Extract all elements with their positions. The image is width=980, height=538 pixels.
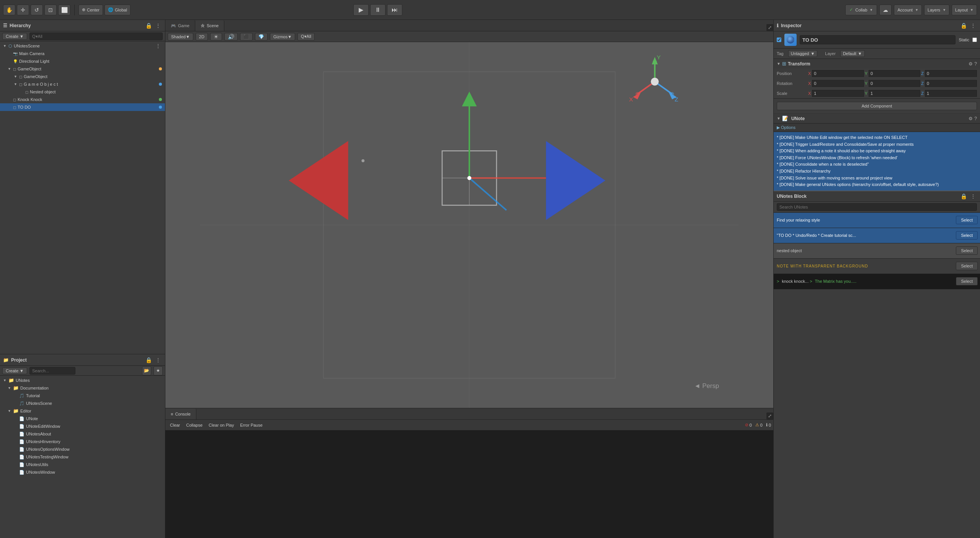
pause-btn[interactable]: ⏸ — [370, 4, 385, 16]
project-unotes-window[interactable]: 📄 UNotesWindow — [0, 468, 165, 476]
rot-y-value[interactable]: 0 — [869, 80, 920, 87]
unotes-block-lock-btn[interactable]: 🔒 — [960, 193, 967, 199]
hierarchy-knock-knock[interactable]: ◻ Knock Knock — [0, 96, 165, 103]
scene-menu-btn[interactable]: ⋮ — [154, 43, 162, 49]
inspector-menu-btn[interactable]: ⋮ — [969, 23, 977, 29]
add-component-btn[interactable]: Add Component — [777, 102, 977, 110]
project-folder-btn[interactable]: 📂 — [142, 366, 151, 375]
step-btn[interactable]: ⏭ — [387, 4, 402, 16]
hand-tool-btn[interactable]: ✋ — [3, 5, 15, 15]
unote-help-btn[interactable]: ? — [974, 116, 977, 121]
note-item-1-select-btn[interactable]: Select — [956, 231, 978, 240]
scale-z-value[interactable]: 1 — [925, 90, 977, 97]
object-name-field[interactable] — [800, 35, 956, 44]
console-clear-btn[interactable]: Clear — [168, 422, 182, 428]
hierarchy-create-btn[interactable]: Create ▼ — [2, 33, 27, 40]
hierarchy-gameobject-parent[interactable]: ▼ ◻ GameObject — [0, 65, 165, 73]
scale-y-value[interactable]: 1 — [869, 90, 920, 97]
transform-help-btn[interactable]: ? — [974, 61, 977, 67]
project-unote-script[interactable]: 📄 UNote — [0, 415, 165, 422]
rect-tool-btn[interactable]: ⬜ — [58, 5, 70, 15]
scale-tool-btn[interactable]: ⊡ — [44, 5, 57, 15]
scale-x-value[interactable]: 1 — [812, 90, 864, 97]
unotes-block-menu-btn[interactable]: ⋮ — [969, 193, 977, 199]
project-unotes-about[interactable]: 📄 UNotesAbout — [0, 430, 165, 438]
audio-toggle-btn[interactable]: 🔊 — [224, 33, 238, 41]
fx-btn[interactable]: 💎 — [255, 33, 268, 41]
cloud-btn[interactable]: ☁ — [879, 5, 892, 15]
project-unotes-scene[interactable]: 🎵 UNotesScene — [0, 399, 165, 407]
layer-dropdown[interactable]: Default ▼ — [840, 50, 865, 57]
transform-header[interactable]: ▼ ⊞ Transform ⚙ ? — [774, 59, 980, 68]
layout-dropdown[interactable]: Layout ▼ — [952, 5, 977, 15]
hierarchy-main-camera[interactable]: 📷 Main Camera — [0, 50, 165, 57]
hierarchy-todo[interactable]: ◻ TO DO — [0, 103, 165, 111]
search-unotes-input[interactable] — [777, 203, 977, 211]
tag-dropdown[interactable]: Untagged ▼ — [788, 50, 818, 57]
project-unotes-hinventory[interactable]: 📄 UNotesHInventory — [0, 438, 165, 445]
2d-btn[interactable]: 2D — [196, 33, 208, 41]
note-item-2-select-btn[interactable]: Select — [956, 246, 978, 255]
light-toggle-btn[interactable]: ☀ — [210, 33, 222, 41]
panel-maximize-btn[interactable]: ⤢ — [766, 24, 773, 31]
project-unotes-testing-window[interactable]: 📄 UNotesTestingWindow — [0, 453, 165, 461]
project-unote-edit-window[interactable]: 📄 UNoteEditWindow — [0, 422, 165, 430]
note-line-0: * [DONE] Make UNote Edit window get the … — [777, 134, 977, 141]
project-unotes-utils[interactable]: 📄 UNotesUtils — [0, 461, 165, 468]
note-item-0-select-btn[interactable]: Select — [956, 216, 978, 224]
shaded-btn[interactable]: Shaded ▼ — [168, 33, 193, 41]
hierarchy-menu-btn[interactable]: ⋮ — [154, 23, 162, 29]
console-maximize-btn[interactable]: ⤢ — [766, 412, 773, 419]
center-btn[interactable]: ⊕ Center — [78, 5, 103, 15]
console-error-pause-btn[interactable]: Error Pause — [238, 422, 265, 428]
hierarchy-gameobject-child[interactable]: ▼ ◻ GameObject — [0, 73, 165, 80]
project-star-btn[interactable]: ★ — [154, 366, 163, 375]
hierarchy-search-input[interactable] — [29, 33, 163, 40]
skybox-btn[interactable]: ⬛ — [240, 33, 253, 41]
pos-y-value[interactable]: 0 — [869, 70, 920, 77]
rot-x-value[interactable]: 0 — [812, 80, 864, 87]
project-menu-btn[interactable]: ⋮ — [154, 357, 162, 363]
collab-btn[interactable]: ✓ Collab ▼ — [845, 5, 877, 15]
rotate-tool-btn[interactable]: ↺ — [31, 5, 43, 15]
project-search-input[interactable] — [29, 367, 75, 375]
object-active-checkbox[interactable] — [777, 37, 781, 42]
note-item-3-select-btn[interactable]: Select — [956, 262, 978, 270]
unote-options-toggle[interactable]: ▶ Options — [777, 125, 795, 130]
project-lock-btn[interactable]: 🔒 — [145, 357, 152, 363]
tutorial-scene-label: Tutorial — [26, 393, 162, 398]
pos-x-value[interactable]: 0 — [812, 70, 864, 77]
tab-game[interactable]: 🎮 Game — [165, 20, 195, 31]
global-btn[interactable]: 🌐 Global — [105, 5, 131, 15]
unote-header[interactable]: ▼ 📝 UNote ⚙ ? — [774, 114, 980, 124]
layers-dropdown[interactable]: Layers ▼ — [924, 5, 949, 15]
transform-settings-btn[interactable]: ⚙ — [969, 61, 973, 67]
tab-scene[interactable]: ⛤ Scene — [195, 20, 224, 31]
console-collapse-btn[interactable]: Collapse — [184, 422, 205, 428]
project-tutorial-scene[interactable]: 🎵 Tutorial — [0, 392, 165, 399]
project-docs-folder[interactable]: ▼ 📁 Documentation — [0, 384, 165, 392]
project-unotes-folder[interactable]: ▼ 📁 UNotes — [0, 377, 165, 384]
hierarchy-nested-object[interactable]: ◻ Nested object — [0, 88, 165, 96]
account-dropdown[interactable]: Account ▼ — [894, 5, 922, 15]
project-unotes-options-window[interactable]: 📄 UNotesOptionsWindow — [0, 445, 165, 453]
static-checkbox[interactable] — [972, 37, 977, 42]
project-editor-folder[interactable]: ▼ 📁 Editor — [0, 407, 165, 415]
play-btn[interactable]: ▶ — [353, 4, 369, 16]
hierarchy-scene-root[interactable]: ▼ ⬡ UNotesScene ⋮ — [0, 42, 165, 50]
hierarchy-dir-light[interactable]: 💡 Directional Light — [0, 57, 165, 65]
note-item-4-select-btn[interactable]: Select — [956, 277, 978, 285]
search-all-btn[interactable]: Q▾All — [297, 33, 315, 41]
hierarchy-gameobject-spaced[interactable]: ▼ ◻ G a m e O b j e c t — [0, 80, 165, 88]
tab-console[interactable]: ≡ Console — [165, 409, 196, 419]
inspector-lock-btn[interactable]: 🔒 — [960, 23, 967, 29]
gizmos-btn[interactable]: Gizmos ▼ — [270, 33, 295, 41]
go-icon-1: ◻ — [13, 67, 16, 71]
hierarchy-lock-btn[interactable]: 🔒 — [145, 23, 152, 29]
console-clear-on-play-btn[interactable]: Clear on Play — [206, 422, 236, 428]
project-create-btn[interactable]: Create ▼ — [2, 367, 27, 374]
pos-z-value[interactable]: 0 — [925, 70, 977, 77]
move-tool-btn[interactable]: ✛ — [17, 5, 29, 15]
unote-settings-btn[interactable]: ⚙ — [969, 116, 973, 121]
rot-z-value[interactable]: 0 — [925, 80, 977, 87]
